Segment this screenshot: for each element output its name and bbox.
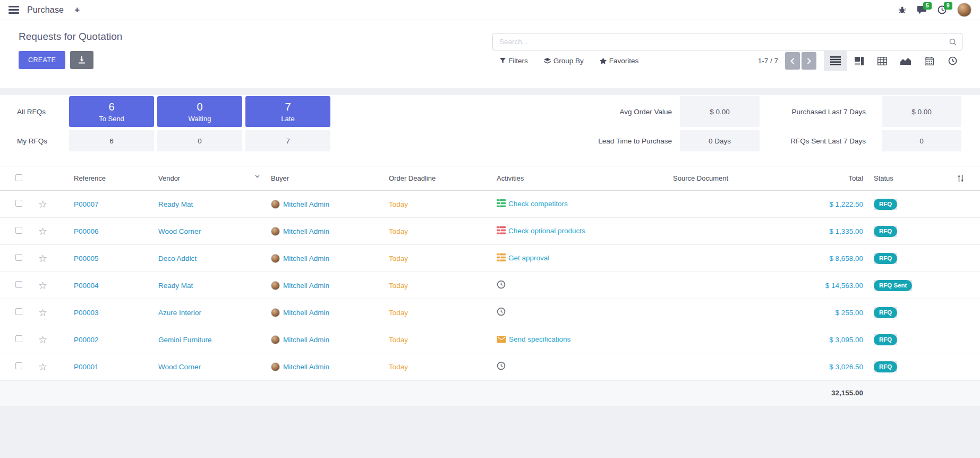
rfq-table-body: ☆P00007Ready MatMitchell AdminTodayCheck… (0, 191, 980, 380)
favorite-star-icon[interactable]: ☆ (38, 279, 47, 291)
reference-link[interactable]: P00004 (74, 282, 99, 290)
header-buyer[interactable]: Buyer (265, 166, 383, 191)
row-checkbox[interactable] (15, 254, 22, 261)
row-checkbox[interactable] (15, 335, 22, 342)
row-checkbox[interactable] (15, 200, 22, 207)
table-row[interactable]: ☆P00006Wood CornerMitchell AdminTodayChe… (0, 218, 980, 245)
optional-columns-button[interactable] (956, 166, 980, 191)
buyer-avatar (271, 227, 280, 236)
purchased-last7-label: Purchased Last 7 Days (791, 96, 866, 127)
buyer-link[interactable]: Mitchell Admin (283, 227, 329, 235)
select-all-checkbox[interactable] (15, 174, 22, 181)
table-row[interactable]: ☆P00004Ready MatMitchell AdminToday$ 14,… (0, 272, 980, 299)
header-total[interactable]: Total (762, 166, 863, 191)
activity-label[interactable]: Check optional products (508, 227, 585, 235)
view-calendar-button[interactable] (917, 51, 941, 71)
activity-label[interactable]: Get approval (508, 254, 549, 262)
activities-clock-icon[interactable]: 9 (938, 5, 947, 14)
app-name[interactable]: Purchase (27, 5, 64, 15)
vendor-link[interactable]: Deco Addict (158, 255, 197, 262)
kpi-to-send-button[interactable]: 6 To Send (69, 96, 154, 127)
favorites-menu[interactable]: Favorites (600, 57, 639, 65)
favorite-star-icon[interactable]: ☆ (38, 252, 47, 264)
chevron-down-icon[interactable] (255, 175, 260, 178)
tasks-red-icon[interactable] (497, 226, 506, 236)
favorite-star-icon[interactable]: ☆ (38, 361, 47, 372)
table-row[interactable]: ☆P00007Ready MatMitchell AdminTodayCheck… (0, 191, 980, 218)
vendor-link[interactable]: Azure Interior (158, 309, 201, 317)
my-waiting-cell[interactable]: 0 (157, 130, 242, 151)
header-reference[interactable]: Reference (68, 166, 152, 191)
vendor-link[interactable]: Wood Corner (158, 227, 201, 235)
debug-bug-icon[interactable] (898, 6, 906, 14)
grand-total: 32,155.00 (831, 389, 863, 397)
vendor-link[interactable]: Wood Corner (158, 363, 201, 371)
header-order-deadline[interactable]: Order Deadline (383, 166, 491, 191)
favorite-star-icon[interactable]: ☆ (38, 307, 47, 318)
table-row[interactable]: ☆P00002Gemini FurnitureMitchell AdminTod… (0, 326, 980, 353)
kpi-waiting-button[interactable]: 0 Waiting (157, 96, 242, 127)
view-pivot-button[interactable] (871, 51, 894, 71)
favorite-star-icon[interactable]: ☆ (38, 334, 47, 345)
user-avatar[interactable] (957, 3, 972, 17)
buyer-link[interactable]: Mitchell Admin (283, 200, 329, 208)
export-download-button[interactable] (70, 51, 93, 69)
clock-icon[interactable] (497, 280, 506, 291)
reference-link[interactable]: P00006 (74, 227, 99, 235)
table-row[interactable]: ☆P00003Azure InteriorMitchell AdminToday… (0, 299, 980, 326)
view-graph-button[interactable] (894, 51, 917, 71)
group-by-menu[interactable]: Group By (544, 57, 584, 65)
reference-link[interactable]: P00005 (74, 255, 99, 262)
page-title: Requests for Quotation (19, 31, 122, 43)
view-activity-button[interactable] (941, 51, 964, 71)
buyer-link[interactable]: Mitchell Admin (283, 363, 329, 371)
table-row[interactable]: ☆P00005Deco AddictMitchell AdminTodayGet… (0, 245, 980, 272)
pager-previous-button[interactable] (785, 52, 800, 70)
pager-next-button[interactable] (802, 52, 816, 70)
header-activities[interactable]: Activities (491, 166, 667, 191)
tasks-yellow-icon[interactable] (497, 253, 506, 263)
buyer-link[interactable]: Mitchell Admin (283, 255, 329, 262)
header-source-document[interactable]: Source Document (667, 166, 762, 191)
row-checkbox[interactable] (15, 227, 22, 234)
view-list-button[interactable] (824, 51, 847, 71)
new-tab-button[interactable]: + (74, 5, 80, 15)
create-button[interactable]: CREATE (19, 51, 65, 69)
view-kanban-button[interactable] (847, 51, 871, 71)
clock-icon[interactable] (497, 307, 506, 318)
row-checkbox[interactable] (15, 362, 22, 369)
my-late-cell[interactable]: 7 (245, 130, 330, 151)
vendor-link[interactable]: Ready Mat (158, 282, 193, 290)
pager-value[interactable]: 1-7 / 7 (758, 57, 778, 65)
favorite-star-icon[interactable]: ☆ (38, 198, 47, 210)
reference-link[interactable]: P00002 (74, 336, 99, 344)
row-checkbox[interactable] (15, 308, 22, 315)
search-input[interactable] (493, 33, 962, 50)
filters-menu[interactable]: Filters (500, 57, 528, 65)
buyer-link[interactable]: Mitchell Admin (283, 309, 329, 317)
envelope-icon[interactable] (497, 336, 506, 344)
reference-link[interactable]: P00001 (74, 363, 99, 371)
calendar-view-icon (925, 57, 934, 65)
messages-icon[interactable]: 5 (917, 5, 927, 14)
row-checkbox[interactable] (15, 281, 22, 288)
reference-link[interactable]: P00007 (74, 200, 99, 208)
activity-label[interactable]: Check competitors (508, 200, 568, 208)
buyer-link[interactable]: Mitchell Admin (283, 336, 329, 344)
search-icon[interactable] (949, 38, 957, 46)
apps-menu-icon[interactable] (8, 6, 19, 14)
reference-link[interactable]: P00003 (74, 309, 99, 317)
my-to-send-cell[interactable]: 6 (69, 130, 154, 151)
header-status[interactable]: Status (863, 166, 956, 191)
vendor-link[interactable]: Gemini Furniture (158, 336, 212, 344)
kpi-late-button[interactable]: 7 Late (245, 96, 330, 127)
tasks-green-icon[interactable] (497, 199, 506, 209)
favorite-star-icon[interactable]: ☆ (38, 225, 47, 237)
header-vendor[interactable]: Vendor (152, 166, 265, 191)
vendor-link[interactable]: Ready Mat (158, 200, 193, 208)
table-row[interactable]: ☆P00001Wood CornerMitchell AdminToday$ 3… (0, 353, 980, 380)
clock-icon[interactable] (497, 361, 506, 372)
buyer-link[interactable]: Mitchell Admin (283, 282, 329, 290)
activity-label[interactable]: Send specifications (509, 335, 570, 343)
messages-badge: 5 (923, 2, 932, 10)
